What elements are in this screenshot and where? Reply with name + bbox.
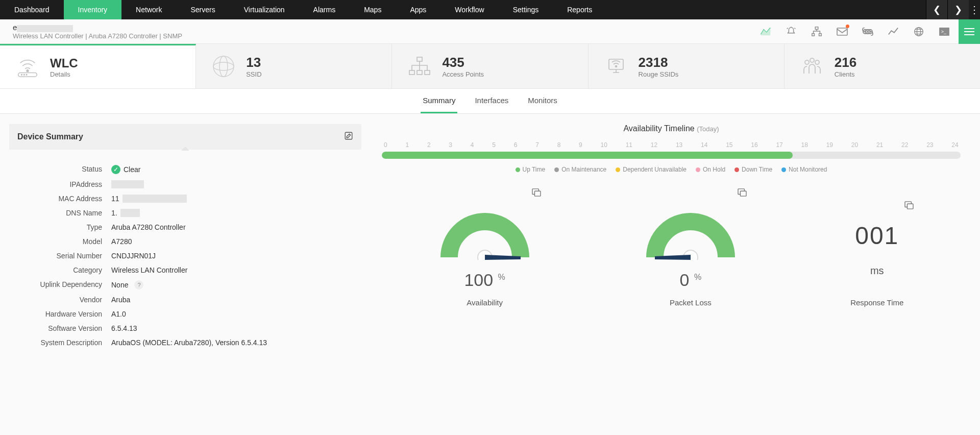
nav-prev-arrow[interactable]: ❮ xyxy=(926,0,947,19)
value-ip xyxy=(111,180,361,188)
clients-icon xyxy=(800,54,824,79)
topology-icon[interactable] xyxy=(811,26,823,38)
stat-rogue-ssids[interactable]: 2318 Rouge SSIDs xyxy=(589,44,785,88)
svg-rect-19 xyxy=(409,70,414,75)
chart-icon[interactable] xyxy=(760,26,772,38)
stat-rogue-label: Rouge SSIDs xyxy=(639,70,679,78)
svg-rect-27 xyxy=(345,132,352,139)
breadcrumb: Wireless LAN Controller | Aruba A7280 Co… xyxy=(13,32,182,40)
availability-timeline: Availability Timeline (Today) 0123456789… xyxy=(382,124,961,173)
stat-clients[interactable]: 216 Clients xyxy=(785,44,980,88)
access-points-icon xyxy=(407,54,432,79)
edit-icon[interactable] xyxy=(344,131,353,142)
nav-workflow[interactable]: Workflow xyxy=(440,0,498,19)
value-status: ✓Clear xyxy=(111,165,361,174)
nav-dashboard[interactable]: Dashboard xyxy=(0,0,64,19)
legend-item: Down Time xyxy=(734,166,772,173)
nav-alarms[interactable]: Alarms xyxy=(299,0,350,19)
status-check-icon: ✓ xyxy=(111,165,120,174)
svg-point-14 xyxy=(26,74,27,75)
device-summary-title: Device Summary xyxy=(17,132,344,141)
nav-maps[interactable]: Maps xyxy=(350,0,396,19)
globe-icon[interactable] xyxy=(913,26,925,38)
svg-rect-29 xyxy=(534,191,541,196)
value-category: Wireless LAN Controller xyxy=(111,266,361,274)
gauge-packetloss-detail-icon[interactable] xyxy=(738,188,747,199)
response-label: Response Time xyxy=(850,298,903,307)
legend-dot-icon xyxy=(554,167,559,172)
stat-ssid[interactable]: 13 SSID xyxy=(196,44,392,88)
content-area: Device Summary Status✓Clear IPAddress MA… xyxy=(0,114,980,360)
svg-point-15 xyxy=(213,56,234,77)
label-sw: Software Version xyxy=(9,324,111,332)
svg-point-12 xyxy=(21,74,22,75)
value-serial: CNDJJRN01J xyxy=(111,252,361,260)
gauge-availability: 100 % Availability xyxy=(439,209,531,307)
nav-more-icon[interactable]: ⋮ xyxy=(969,4,980,16)
timeline-title: Availability Timeline (Today) xyxy=(382,124,961,133)
nav-inventory[interactable]: Inventory xyxy=(64,0,122,19)
terminal-icon[interactable]: >_ xyxy=(938,26,950,38)
nav-virtualization[interactable]: Virtualization xyxy=(230,0,299,19)
svg-rect-20 xyxy=(417,70,422,75)
label-hw: Hardware Version xyxy=(9,310,111,318)
svg-rect-0 xyxy=(815,27,818,29)
svg-point-16 xyxy=(213,62,234,70)
value-dns: 1. xyxy=(111,209,361,217)
gauge-availability-detail-icon[interactable] xyxy=(532,188,541,199)
stat-ap-value: 435 xyxy=(442,55,484,70)
svg-rect-1 xyxy=(812,33,815,36)
link-icon[interactable] xyxy=(862,26,874,38)
svg-point-17 xyxy=(219,56,228,77)
legend-item: Up Time xyxy=(516,166,546,173)
legend-item: On Hold xyxy=(696,166,725,173)
response-unit: ms xyxy=(850,265,903,277)
timeline-legend: Up TimeOn MaintenanceDependent Unavailab… xyxy=(382,166,961,173)
svg-text:>_: >_ xyxy=(941,29,947,34)
device-summary-panel: Device Summary Status✓Clear IPAddress MA… xyxy=(9,124,361,350)
svg-rect-33 xyxy=(740,191,746,196)
gauge-response-detail-icon[interactable] xyxy=(904,201,914,211)
nav-servers[interactable]: Servers xyxy=(176,0,229,19)
value-hw: A1.0 xyxy=(111,310,361,318)
svg-rect-2 xyxy=(819,33,822,36)
gauge-response-time: 001 ms Response Time xyxy=(850,222,903,307)
alarm-icon[interactable] xyxy=(785,26,797,38)
value-vendor: Aruba xyxy=(111,296,361,304)
nav-reports[interactable]: Reports xyxy=(553,0,606,19)
tab-summary[interactable]: Summary xyxy=(421,89,457,113)
packetloss-value: 0 % xyxy=(645,270,737,290)
gauges-row: 100 % Availability 0 % Packet Loss xyxy=(382,209,961,307)
legend-dot-icon xyxy=(516,167,520,172)
svg-point-25 xyxy=(810,58,814,62)
stat-clients-value: 216 xyxy=(835,55,856,70)
packetloss-label: Packet Loss xyxy=(645,298,737,307)
help-icon[interactable]: ? xyxy=(134,280,143,289)
nav-apps[interactable]: Apps xyxy=(396,0,440,19)
hamburger-menu-button[interactable] xyxy=(959,19,980,44)
svg-point-10 xyxy=(27,70,29,72)
nav-next-arrow[interactable]: ❯ xyxy=(947,0,969,19)
label-desc: System Description xyxy=(9,339,111,347)
label-status: Status xyxy=(9,165,111,174)
device-title: e xyxy=(13,23,182,32)
svg-rect-3 xyxy=(837,28,847,35)
nav-settings[interactable]: Settings xyxy=(499,0,553,19)
nav-network[interactable]: Network xyxy=(121,0,176,19)
tab-interfaces[interactable]: Interfaces xyxy=(473,89,510,113)
svg-rect-37 xyxy=(908,204,914,209)
legend-item: Not Monitored xyxy=(781,166,827,173)
right-panel: Availability Timeline (Today) 0123456789… xyxy=(372,124,971,350)
stat-access-points[interactable]: 435 Access Points xyxy=(392,44,588,88)
mail-icon[interactable] xyxy=(836,26,848,38)
legend-dot-icon xyxy=(781,167,786,172)
tab-monitors[interactable]: Monitors xyxy=(526,89,559,113)
stat-wlc[interactable]: WLC Details xyxy=(0,44,196,88)
gauge-packet-loss: 0 % Packet Loss xyxy=(645,209,737,307)
label-uplink: Uplink Dependency xyxy=(9,280,111,289)
sort-up-icon[interactable] xyxy=(181,147,189,151)
graph-icon[interactable] xyxy=(887,26,899,38)
svg-rect-21 xyxy=(425,70,430,75)
label-type: Type xyxy=(9,223,111,231)
label-mac: MAC Address xyxy=(9,195,111,203)
